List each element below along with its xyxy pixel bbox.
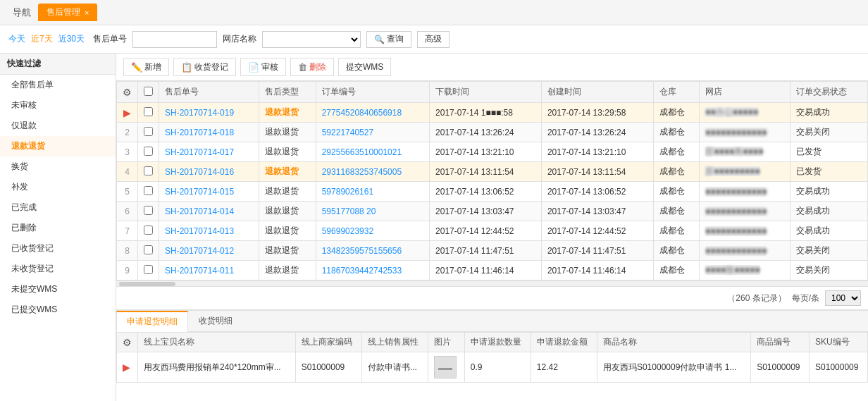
bottom-table-row[interactable]: ▶ 用友西玛费用报销单240*120mm审... S01000009 付款申请书… [117,352,868,383]
scroll-thumb[interactable] [119,282,175,286]
row-after-sale-id[interactable]: SH-20170714-017 [159,142,259,162]
bcol-product-code: 商品编号 [751,333,810,352]
row-order-id[interactable]: 13482359575155656 [316,241,429,261]
row-order-id[interactable]: 595177088 20 [316,202,429,221]
sidebar-item-已提交WMS[interactable]: 已提交WMS [0,300,116,320]
row-checkbox[interactable] [138,221,159,241]
table-row[interactable]: 9 SH-20170714-011 退款退货 11867039442742533… [117,261,868,280]
row-order-id[interactable]: 29311683253745005 [316,162,429,182]
table-row[interactable]: ▶ SH-20170714-019 退款退货 27754520840656918… [117,103,868,123]
row-status: 交易关闭 [790,123,867,142]
settings-icon[interactable]: ⚙ [123,87,132,98]
row-checkbox[interactable] [138,182,159,202]
row-after-sale-id[interactable]: SH-20170714-019 [159,103,259,123]
bottom-table-area: ⚙ 线上宝贝名称 线上商家编码 线上销售属性 图片 申请退款数量 申请退款金额 … [116,332,868,401]
sidebar-item-已完成[interactable]: 已完成 [0,197,116,218]
row-download-time: 2017-07-14 13:26:24 [430,123,542,142]
row-type: 退款退货 [259,182,316,202]
sidebar-item-补发[interactable]: 补发 [0,177,116,197]
receive-button[interactable]: 📋 收货登记 [173,58,236,76]
top-nav: 导航 售后管理 × [0,0,868,25]
filter-today[interactable]: 今天 [8,33,25,45]
sidebar-item-退款退货[interactable]: 退款退货 [0,136,116,156]
row-num-text: 9 [125,266,130,276]
tab-close-icon[interactable]: × [85,8,89,17]
row-warehouse: 成都仓 [653,202,700,221]
active-tab[interactable]: 售后管理 × [38,4,97,21]
select-all-checkbox[interactable] [144,87,153,96]
row-checkbox[interactable] [138,142,159,162]
sidebar-item-未提交WMS[interactable]: 未提交WMS [0,279,116,300]
row-checkbox[interactable] [138,103,159,123]
table-row[interactable]: 6 SH-20170714-014 退款退货 595177088 20 2017… [117,202,868,221]
table-row[interactable]: 3 SH-20170714-017 退款退货 29255663510001021… [117,142,868,162]
review-icon: 📄 [248,62,259,73]
table-row[interactable]: 2 SH-20170714-018 退款退货 59221740527 2017-… [117,123,868,142]
row-order-id[interactable]: 59789026161 [316,182,429,202]
row-after-sale-id[interactable]: SH-20170714-014 [159,202,259,221]
row-warehouse: 成都仓 [653,142,700,162]
row-checkbox[interactable] [138,261,159,280]
sidebar-item-未收货登记[interactable]: 未收货登记 [0,259,116,279]
bottom-settings-icon[interactable]: ⚙ [123,337,132,348]
row-order-id[interactable]: 29255663510001021 [316,142,429,162]
row-after-sale-id[interactable]: SH-20170714-018 [159,123,259,142]
sidebar-item-已收货登记[interactable]: 已收货登记 [0,238,116,259]
bcol-sales-attr: 线上销售属性 [361,333,428,352]
row-warehouse: 成都仓 [653,162,700,182]
row-order-id[interactable]: 59699023932 [316,221,429,241]
row-checkbox[interactable] [138,123,159,142]
add-button[interactable]: ✏️ 新增 [123,58,169,76]
row-after-sale-id[interactable]: SH-20170714-013 [159,221,259,241]
filter-7days[interactable]: 近7天 [31,33,53,45]
sidebar-item-未审核[interactable]: 未审核 [0,95,116,116]
row-after-sale-id[interactable]: SH-20170714-011 [159,261,259,280]
table-row[interactable]: 7 SH-20170714-013 退款退货 59699023932 2017-… [117,221,868,241]
bcol-sku-code: SKU编号 [810,333,868,352]
delete-label: 删除 [309,61,326,73]
row-order-id[interactable]: 11867039442742533 [316,261,429,280]
row-download-time: 2017-07-14 11:47:51 [430,241,542,261]
row-checkbox[interactable] [138,241,159,261]
row-order-id[interactable]: 27754520840656918 [316,103,429,123]
row-create-time: 2017-07-14 13:03:47 [541,202,653,221]
query-button[interactable]: 🔍 查询 [366,31,411,48]
row-after-sale-id[interactable]: SH-20170714-012 [159,241,259,261]
product-image: ▬▬ [434,356,457,378]
sidebar-item-仅退款[interactable]: 仅退款 [0,116,116,136]
row-num-text: 2 [125,128,130,137]
row-checkbox[interactable] [138,202,159,221]
main-layout: 快速过滤 全部售后单未审核仅退款退款退货换货补发已完成已删除已收货登记未收货登记… [0,54,868,401]
filter-field-label: 售后单号 [93,33,127,45]
table-row[interactable]: 5 SH-20170714-015 退款退货 59789026161 2017-… [117,182,868,202]
bcol-refund-qty: 申请退款数量 [464,333,531,352]
scroll-bar[interactable] [116,280,868,286]
brow-sku-code: S01000009 [810,352,868,383]
advanced-button[interactable]: 高级 [417,31,450,48]
brow-refund-amount: 12.42 [531,352,597,383]
submit-wms-button[interactable]: 提交WMS [338,58,391,76]
sidebar-item-已删除[interactable]: 已删除 [0,218,116,238]
table-row[interactable]: 8 SH-20170714-012 退款退货 13482359575155656… [117,241,868,261]
brow-product-name: 用友西玛S01000009付款申请书 1... [597,352,750,383]
row-order-id[interactable]: 59221740527 [316,123,429,142]
search-icon: 🔍 [374,35,385,44]
sidebar-item-换货[interactable]: 换货 [0,156,116,177]
row-checkbox[interactable] [138,162,159,182]
sidebar-title: 快速过滤 [0,54,116,75]
row-after-sale-id[interactable]: SH-20170714-016 [159,162,259,182]
review-button[interactable]: 📄 审核 [240,58,286,76]
tab-refund-detail[interactable]: 申请退货明细 [116,311,188,332]
col-shop: 网店 [700,82,790,103]
filter-input[interactable] [132,31,217,48]
col-after-sale-no: 售后单号 [159,82,259,103]
sidebar-item-全部售后单[interactable]: 全部售后单 [0,75,116,95]
delete-button[interactable]: 🗑 删除 [290,58,334,76]
filter-30days[interactable]: 近30天 [58,33,85,45]
shop-select[interactable] [262,31,361,48]
row-after-sale-id[interactable]: SH-20170714-015 [159,182,259,202]
table-row[interactable]: 4 SH-20170714-016 退款退货 29311683253745005… [117,162,868,182]
per-page-select[interactable]: 100 50 200 [825,290,861,306]
col-create-time: 创建时间 [541,82,653,103]
tab-receive-detail[interactable]: 收货明细 [188,311,243,331]
